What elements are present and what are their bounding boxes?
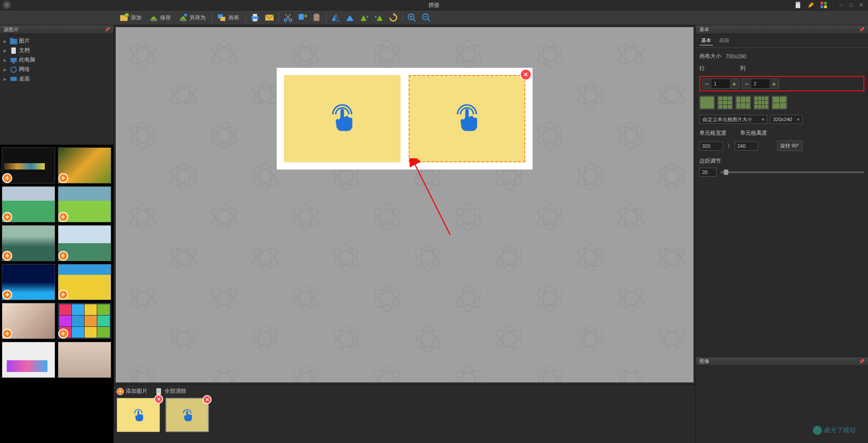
close-button[interactable]: ✕	[859, 2, 863, 8]
thumbnail[interactable]: +	[58, 225, 111, 261]
minimize-button[interactable]: ─	[839, 2, 843, 8]
margin-input[interactable]	[699, 168, 717, 177]
queued-image-1[interactable]: ✕	[117, 398, 160, 432]
pin-icon[interactable]: 📌	[859, 27, 864, 32]
add-button[interactable]: +添加	[117, 12, 144, 24]
add-image-icon[interactable]: +	[58, 212, 68, 222]
zoom-out-icon[interactable]	[421, 12, 432, 23]
cut-icon[interactable]	[283, 12, 293, 23]
new-doc-icon[interactable]	[795, 1, 802, 9]
canvas-area[interactable]: ✕	[116, 27, 693, 382]
folder-tree: ▸图片 ▸文档 ▸此电脑 ▸网络 ▸桌面	[0, 34, 113, 145]
plus-icon[interactable]: +	[730, 79, 739, 88]
plus-icon[interactable]: +	[769, 79, 778, 88]
thumbnail[interactable]: +	[2, 225, 55, 261]
add-image-icon[interactable]: +	[2, 212, 12, 222]
rotate-90-button[interactable]: 旋转 90°	[777, 141, 802, 151]
remove-queued-icon[interactable]: ✕	[154, 395, 163, 404]
minus-icon[interactable]: −	[742, 79, 751, 88]
add-image-action[interactable]: +添加图片	[117, 387, 147, 395]
print-icon[interactable]	[250, 12, 260, 23]
thumbnail[interactable]: +	[2, 147, 55, 184]
margin-slider[interactable]	[720, 171, 864, 173]
add-image-icon[interactable]: +	[58, 290, 68, 300]
rows-label: 行	[699, 65, 705, 72]
remove-queued-icon[interactable]: ✕	[203, 395, 212, 404]
page-clear-icon	[156, 388, 163, 395]
svg-rect-5	[824, 5, 827, 8]
pin-icon[interactable]: 📌	[859, 359, 864, 364]
rotate-right-icon[interactable]	[373, 12, 384, 23]
folder-desktop[interactable]: ▸桌面	[2, 74, 112, 84]
preset-2x3[interactable]	[736, 96, 751, 109]
cell-height-input[interactable]	[735, 141, 758, 151]
canvas-button[interactable]: 画布	[214, 12, 242, 24]
color-grid-icon[interactable]	[820, 1, 827, 9]
tab-basic[interactable]: 基本	[699, 36, 713, 46]
svg-rect-20	[299, 14, 304, 20]
add-image-icon[interactable]: +	[2, 173, 12, 183]
folder-computer[interactable]: ▸此电脑	[2, 55, 112, 65]
thumbnail[interactable]: +	[2, 303, 55, 339]
cols-spinner[interactable]: −+	[742, 79, 779, 89]
thumbnail[interactable]: +	[58, 303, 111, 339]
copy-icon[interactable]	[297, 12, 308, 23]
cols-input[interactable]	[751, 79, 769, 88]
zoom-in-icon[interactable]	[406, 12, 417, 23]
preset-3x3[interactable]	[717, 96, 733, 109]
folder-pictures[interactable]: ▸图片	[2, 36, 112, 46]
pencil-icon[interactable]	[807, 1, 815, 9]
minus-icon[interactable]: −	[703, 79, 712, 88]
maximize-button[interactable]: □	[849, 2, 853, 8]
link-wh-icon[interactable]: I	[726, 143, 732, 149]
svg-rect-28	[10, 58, 17, 62]
thumbnail[interactable]: +	[2, 264, 55, 300]
tap-placeholder-icon	[449, 100, 485, 137]
preset-3x4[interactable]	[754, 96, 769, 109]
preset-2x2[interactable]	[772, 96, 787, 109]
flip-h-icon[interactable]	[330, 12, 341, 23]
cell-width-input[interactable]	[699, 141, 723, 151]
saveas-button[interactable]: 另存为	[175, 12, 208, 24]
svg-line-39	[414, 163, 450, 235]
svg-text:+: +	[126, 13, 128, 17]
globe-icon	[813, 426, 822, 435]
preset-1x1[interactable]	[699, 96, 715, 109]
tab-advanced[interactable]: 高级	[717, 36, 731, 46]
collage-cell-2[interactable]: ✕	[409, 75, 525, 162]
add-image-icon[interactable]: +	[2, 290, 12, 300]
add-image-icon[interactable]: +	[2, 329, 12, 339]
thumbnail[interactable]: +	[58, 264, 111, 300]
save-button[interactable]: 保存	[146, 12, 174, 24]
rotate-left-icon[interactable]	[359, 12, 370, 23]
thumbnail[interactable]: +	[58, 186, 111, 222]
thumbnail[interactable]: +	[58, 147, 111, 184]
add-image-icon[interactable]: +	[58, 251, 68, 261]
pin-icon[interactable]: 📌	[104, 27, 110, 32]
rows-input[interactable]	[712, 79, 730, 88]
clear-all-action[interactable]: 全部清除	[156, 387, 186, 395]
add-image-icon[interactable]: +	[58, 329, 68, 339]
svg-rect-9	[151, 20, 157, 21]
flip-v-icon[interactable]	[344, 12, 355, 23]
cell-mode-select[interactable]: 自定义单元格图片大小	[699, 115, 767, 124]
remove-cell-button[interactable]: ✕	[520, 69, 532, 80]
collage-cell-1[interactable]	[284, 75, 401, 162]
refresh-icon[interactable]	[388, 12, 399, 23]
thumbnail[interactable]	[2, 342, 55, 378]
thumbnail[interactable]: +	[2, 186, 55, 222]
folder-network[interactable]: ▸网络	[2, 65, 112, 74]
svg-rect-11	[184, 14, 187, 17]
add-image-icon[interactable]: +	[58, 173, 68, 183]
rows-spinner[interactable]: −+	[702, 79, 739, 89]
thumbnail[interactable]	[58, 342, 111, 378]
title-bar: 拼接 ─ □ ✕	[0, 0, 868, 10]
add-image-icon[interactable]: +	[2, 251, 12, 261]
svg-rect-22	[315, 14, 318, 15]
plus-circle-icon: +	[117, 388, 124, 395]
queued-image-2[interactable]: ✕	[165, 398, 209, 432]
folder-documents[interactable]: ▸文档	[2, 46, 112, 55]
paste-icon[interactable]	[311, 12, 322, 23]
cell-preset-select[interactable]: 320x240	[770, 115, 802, 124]
mail-icon[interactable]	[264, 12, 275, 23]
